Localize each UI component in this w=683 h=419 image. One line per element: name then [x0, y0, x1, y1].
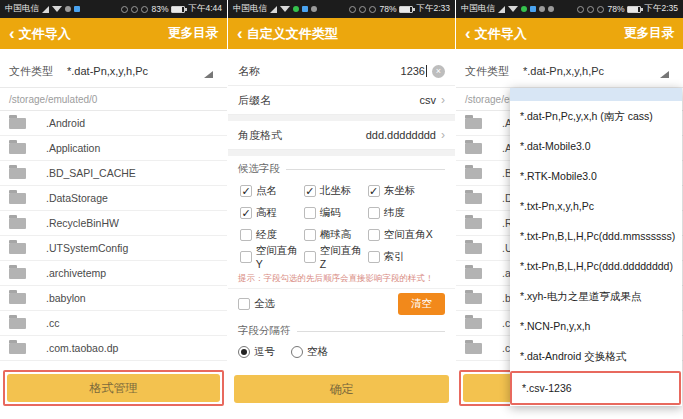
checkbox-icon[interactable] [304, 251, 316, 263]
field-checkbox[interactable]: 高程 [240, 202, 304, 224]
space-radio[interactable]: 空格 [291, 345, 328, 359]
confirm-button[interactable]: 确定 [234, 375, 449, 403]
text-cursor [426, 65, 427, 77]
folder-icon [9, 143, 26, 154]
checkbox-icon[interactable] [240, 229, 252, 241]
folder-row[interactable]: .Android [0, 111, 227, 136]
clock-label: 下午4:44 [188, 3, 222, 15]
checkbox-icon[interactable] [368, 207, 380, 219]
checkbox-icon[interactable] [240, 251, 252, 263]
folder-icon [465, 118, 482, 129]
file-type-value: *.dat-Pn,x,y,h,Pc [67, 65, 148, 77]
nav-bar: ‹ 文件导入 更多目录 [0, 18, 227, 49]
dropdown-item[interactable]: *.NCN-Pn,y,x,h [510, 311, 682, 341]
field-checkbox[interactable]: 空间直角Y [240, 246, 304, 268]
radio-icon[interactable] [291, 346, 303, 358]
battery-icon [171, 6, 185, 13]
dropdown-item[interactable]: *.RTK-Mobile3.0 [510, 161, 682, 191]
field-checkbox[interactable]: 纬度 [368, 202, 443, 224]
chevron-right-icon: › [441, 93, 445, 107]
status-bar: 中国电信 78% 下午2:35 [456, 0, 683, 18]
checkbox-icon[interactable] [368, 229, 380, 241]
file-type-value: *.dat-Pn,x,y,h,Pc [523, 65, 604, 77]
suffix-label: 后缀名 [238, 93, 271, 108]
field-checkbox[interactable]: 空间直角X [368, 224, 443, 246]
carrier-label: 中国电信 [233, 3, 267, 15]
dropdown-triangle-icon[interactable] [204, 71, 213, 78]
dropdown-item[interactable]: *.txt-Pn,B,L,H,Pc(ddd.mmssssss) [510, 221, 682, 251]
format-manage-button[interactable]: 格式管理 [7, 374, 220, 402]
back-icon[interactable]: ‹ [465, 25, 471, 42]
more-directories-button[interactable]: 更多目录 [168, 25, 218, 42]
checkbox-icon[interactable] [304, 185, 316, 197]
notification-icon [65, 6, 71, 12]
checkbox-icon[interactable] [240, 185, 252, 197]
folder-row[interactable]: .Application [0, 136, 227, 161]
nav-bar: ‹ 文件导入 更多目录 [456, 18, 683, 49]
checkbox-icon[interactable] [368, 185, 380, 197]
file-type-selector[interactable]: 文件类型 *.dat-Pn,x,y,h,Pc [456, 55, 683, 88]
comma-radio[interactable]: 逗号 [238, 345, 275, 359]
panel-file-import-right: 中国电信 78% 下午2:35 ‹ 文件导入 更多目录 文件类型 *.dat-P… [456, 0, 683, 419]
clear-icon[interactable]: × [432, 65, 445, 78]
folder-row[interactable]: .cc [0, 311, 227, 336]
dropdown-item[interactable]: *.dat-Pn,Pc,y,x,h (南方 cass) [510, 101, 682, 131]
checkbox-icon[interactable] [304, 229, 316, 241]
wifi-icon [52, 6, 62, 12]
checkbox-icon[interactable] [304, 207, 316, 219]
mic-icon [311, 6, 317, 12]
field-checkbox[interactable]: 经度 [240, 224, 304, 246]
suffix-value: csv [420, 94, 437, 106]
status-bar: 中国电信 83% 下午4:44 [0, 0, 227, 18]
field-checkbox[interactable]: 东坐标 [368, 180, 443, 202]
more-directories-button[interactable]: 更多目录 [624, 25, 674, 42]
folder-icon [9, 168, 26, 179]
folder-row[interactable]: .UTSystemConfig [0, 236, 227, 261]
dropdown-item-csv-1236[interactable]: *.csv-1236 [512, 373, 679, 403]
field-checkbox[interactable]: 点名 [240, 180, 304, 202]
suffix-field-row[interactable]: 后缀名 csv › [228, 86, 455, 115]
dropdown-selected-item[interactable]: *.dat-Pn,x,y,h,Pc [510, 88, 682, 101]
angle-format-label: 角度格式 [238, 128, 282, 143]
select-all-row: 全选 清空 [228, 288, 455, 318]
name-input[interactable]: 1236 [401, 65, 425, 77]
folder-row[interactable]: .RecycleBinHW [0, 211, 227, 236]
name-field-row[interactable]: 名称 1236 × [228, 57, 455, 86]
back-icon[interactable]: ‹ [9, 25, 15, 42]
carrier-label: 中国电信 [5, 3, 39, 15]
angle-format-row[interactable]: 角度格式 ddd.dddddddd › [228, 121, 455, 150]
mic-icon [548, 6, 554, 12]
folder-icon [9, 293, 26, 304]
file-type-selector[interactable]: 文件类型 *.dat-Pn,x,y,h,Pc [0, 55, 227, 88]
folder-row[interactable]: .BD_SAPI_CACHE [0, 161, 227, 186]
field-checkbox[interactable]: 索引 [368, 246, 443, 268]
checkbox-icon[interactable] [240, 207, 252, 219]
field-checkbox[interactable]: 椭球高 [304, 224, 368, 246]
checkbox-icon[interactable] [368, 251, 380, 263]
screenshot-strip: 中国电信 83% 下午4:44 ‹ 文件导入 更多目录 文件类型 *.dat-P… [0, 0, 683, 419]
folder-row[interactable]: .com.taobao.dp [0, 336, 227, 361]
select-all-checkbox[interactable]: 全选 [238, 293, 275, 315]
clear-fields-button[interactable]: 清空 [398, 293, 445, 315]
dropdown-item[interactable]: *.txt-Pn,x,y,h,Pc [510, 191, 682, 221]
checkbox-icon[interactable] [238, 298, 250, 310]
dropdown-item[interactable]: *.dat-Mobile3.0 [510, 131, 682, 161]
panel-file-import-left: 中国电信 83% 下午4:44 ‹ 文件导入 更多目录 文件类型 *.dat-P… [0, 0, 227, 419]
folder-row[interactable]: .archivetemp [0, 261, 227, 286]
dropdown-item[interactable]: *.dat-Android 交换格式 [510, 341, 682, 371]
field-checkbox[interactable]: 北坐标 [304, 180, 368, 202]
folder-row[interactable]: .DataStorage [0, 186, 227, 211]
field-checkbox[interactable]: 编码 [304, 202, 368, 224]
eye-protect-icon [577, 6, 584, 13]
dropdown-item[interactable]: *.txt-Pn,B,L,H,Pc(ddd.dddddddd) [510, 251, 682, 281]
separator-section-title: 字段分隔符 [228, 318, 455, 340]
dropdown-triangle-icon[interactable] [660, 71, 669, 78]
field-checkbox[interactable]: 空间直角Z [304, 246, 368, 268]
folder-row[interactable]: .babylon [0, 286, 227, 311]
signal-icon [42, 6, 49, 13]
dropdown-item[interactable]: *.xyh-电力之星道亨成果点 [510, 281, 682, 311]
radio-icon[interactable] [238, 346, 250, 358]
folder-icon [9, 268, 26, 279]
back-icon[interactable]: ‹ [237, 25, 243, 42]
notification-icon [293, 6, 299, 12]
